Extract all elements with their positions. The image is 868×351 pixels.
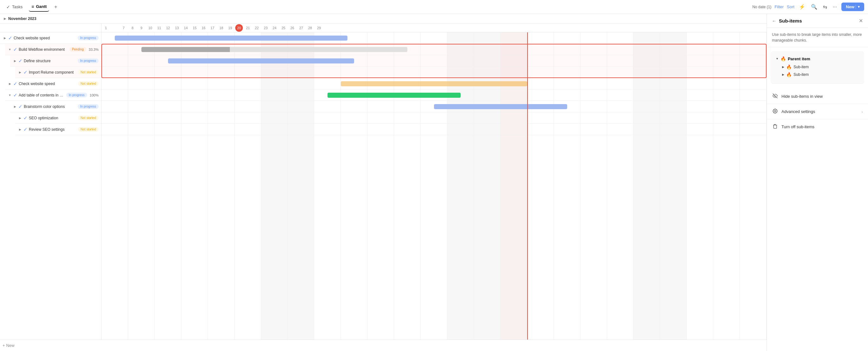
task-row-1[interactable]: ▶ ✓ Check website speed In progress xyxy=(0,32,101,44)
tasks-tab-label: Tasks xyxy=(12,4,23,9)
new-label: New xyxy=(846,4,855,9)
gantt-tab-label: Gantt xyxy=(36,4,46,9)
bar-3 xyxy=(168,58,354,63)
task-row-2[interactable]: ▼ ✓ Build Webflow environment Pending 33… xyxy=(5,44,101,55)
gantt-chart xyxy=(101,32,767,340)
task-row-7[interactable]: ▶ ✓ Brainstorm color options In progress xyxy=(10,101,101,112)
action-turn-off[interactable]: Turn off sub-items xyxy=(767,121,868,133)
add-new-button[interactable]: + New xyxy=(3,343,14,348)
status-9: Not started xyxy=(78,127,99,132)
status-1: In progress xyxy=(78,35,99,40)
panel-actions: Hide sub-items in view Advanced settings… xyxy=(767,88,868,136)
panel-title: Sub-items xyxy=(779,18,856,24)
bar-row-3 xyxy=(101,55,767,67)
task-row-8[interactable]: ▶ ✓ SEO optimization Not started xyxy=(15,112,101,124)
advanced-settings-arrow: › xyxy=(861,109,863,114)
day-29: 29 xyxy=(314,26,323,30)
task-row-6[interactable]: ▼ ✓ Add table of contents in CMS In prog… xyxy=(5,89,101,101)
search-icon[interactable]: 🔍 xyxy=(810,3,818,11)
expand-7[interactable]: ▶ xyxy=(13,105,17,108)
day-18: 18 xyxy=(217,26,226,30)
panel-back-button[interactable]: ← xyxy=(772,19,776,24)
bar-row-5 xyxy=(101,78,767,89)
day-10: 10 xyxy=(146,26,155,30)
task-row-9[interactable]: ▶ ✓ Review SEO settings Not started xyxy=(15,124,101,135)
filter-button[interactable]: Filter xyxy=(774,4,784,9)
day-23: 23 xyxy=(261,26,270,30)
sort-button[interactable]: Sort xyxy=(787,4,795,9)
main-content: ▶ November 2023 1 7 8 9 10 11 12 13 14 1… xyxy=(0,14,868,351)
status-4: Not started xyxy=(78,70,99,75)
lightning-icon[interactable]: ⚡ xyxy=(798,3,806,11)
tasks-check-icon: ✓ xyxy=(6,4,10,9)
action-hide-subitems[interactable]: Hide sub-items in view xyxy=(767,90,868,103)
expand-5[interactable]: ▶ xyxy=(8,82,12,85)
task-list: ▶ ✓ Check website speed In progress ▼ ✓ … xyxy=(0,32,101,340)
pct-2: 33.3% xyxy=(89,48,99,51)
hierarchy-icon[interactable]: ⇆ xyxy=(822,3,828,11)
child2-label: Sub-item xyxy=(794,72,809,77)
task-row-3[interactable]: ▶ ✓ Define structure In progress xyxy=(10,55,101,67)
add-tab-icon[interactable]: + xyxy=(53,3,58,11)
status-6: In progress xyxy=(66,93,87,97)
check-8: ✓ xyxy=(24,115,28,121)
day-19: 19 xyxy=(226,26,235,30)
parent-emoji-icon: 🔥 xyxy=(780,56,786,61)
panel-desc-text: Use sub-items to break large items into … xyxy=(772,32,862,42)
today-line xyxy=(527,32,528,340)
svg-point-1 xyxy=(774,111,776,112)
expand-4[interactable]: ▶ xyxy=(18,71,22,74)
expand-1[interactable]: ▶ xyxy=(3,36,7,40)
day-11: 11 xyxy=(155,26,163,30)
more-icon[interactable]: ··· xyxy=(832,3,838,11)
parent-item-label: Parent item xyxy=(788,57,810,61)
check-4: ✓ xyxy=(24,69,28,75)
topbar: ✓ Tasks ≡ Gantt + No date (1) Filter Sor… xyxy=(0,0,868,14)
panel-close-button[interactable]: ✕ xyxy=(859,18,863,24)
advanced-settings-label: Advanced settings xyxy=(781,109,858,114)
tree-parent: ▼ 🔥 Parent item xyxy=(776,56,859,61)
gantt-bars xyxy=(101,32,767,340)
day-22: 22 xyxy=(252,26,261,30)
bar-row-2 xyxy=(101,44,767,55)
tab-gantt[interactable]: ≡ Gantt xyxy=(29,2,49,12)
task-area: ▶ November 2023 1 7 8 9 10 11 12 13 14 1… xyxy=(0,14,767,351)
expand-6[interactable]: ▼ xyxy=(8,94,12,97)
day-21: 21 xyxy=(244,26,252,30)
panel-description: Use sub-items to break large items into … xyxy=(767,28,868,47)
expand-9[interactable]: ▶ xyxy=(18,128,22,131)
task-col-spacer xyxy=(0,24,101,32)
panel-tree: ▼ 🔥 Parent item ▶ 🔥 Sub-item ▶ 🔥 Sub-ite… xyxy=(771,51,864,84)
no-date-badge: No date (1) xyxy=(752,5,771,9)
task-name-3: Define structure xyxy=(24,59,76,63)
expand-3[interactable]: ▶ xyxy=(13,59,17,62)
task-name-8: SEO optimization xyxy=(29,116,77,120)
new-button-label: New xyxy=(6,343,14,348)
child1-label: Sub-item xyxy=(794,65,809,69)
task-name-6: Add table of contents in CMS xyxy=(19,93,65,97)
check-9: ✓ xyxy=(24,127,28,132)
expand-2[interactable]: ▼ xyxy=(8,48,12,51)
task-name-7: Brainstorm color options xyxy=(24,105,76,109)
today-marker: 20 xyxy=(235,24,243,32)
action-advanced-settings[interactable]: Advanced settings › xyxy=(767,105,868,118)
check-7: ✓ xyxy=(19,104,23,110)
task-name-5: Check website speed xyxy=(19,82,77,86)
task-row-4[interactable]: ▶ ✓ Import Relume component Not started xyxy=(15,67,101,78)
day-15: 15 xyxy=(190,26,199,30)
bar-2-progress xyxy=(142,47,230,52)
check-1: ✓ xyxy=(8,35,12,41)
day-27: 27 xyxy=(297,26,306,30)
task-name-9: Review SEO settings xyxy=(29,127,77,132)
new-button[interactable]: New ▾ xyxy=(841,3,864,11)
task-name-1: Check website speed xyxy=(13,36,76,40)
bar-7 xyxy=(434,104,567,109)
day-16: 16 xyxy=(199,26,208,30)
day-13: 13 xyxy=(173,26,181,30)
settings-icon xyxy=(772,109,778,115)
tab-tasks[interactable]: ✓ Tasks xyxy=(4,3,25,11)
day-25: 25 xyxy=(279,26,288,30)
month-toggle-icon[interactable]: ▶ xyxy=(4,17,6,20)
expand-8[interactable]: ▶ xyxy=(18,116,22,120)
task-row-5[interactable]: ▶ ✓ Check website speed Not started xyxy=(5,78,101,89)
